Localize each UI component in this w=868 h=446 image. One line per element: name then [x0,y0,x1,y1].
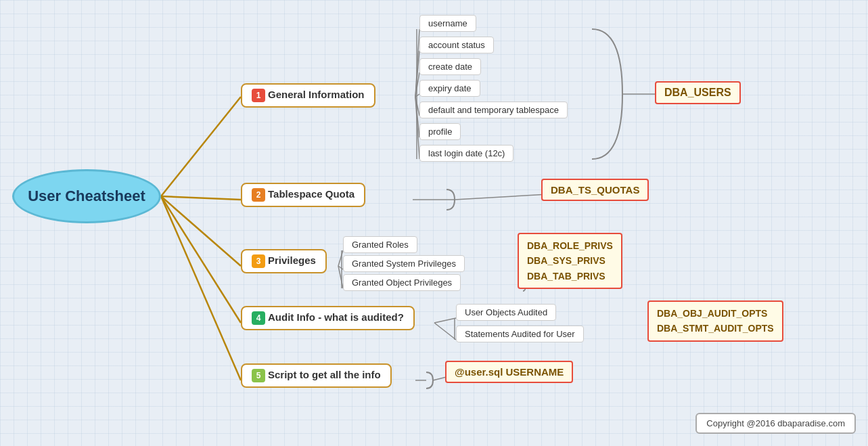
badge-3: 3 [252,254,265,268]
svg-line-23 [434,323,456,340]
svg-line-22 [434,318,456,323]
branch-tablespace: 2Tablespace Quota [241,183,365,207]
badge-4: 4 [252,311,265,325]
leaf-tablespace: default and temporary tablespace [419,102,568,118]
result-dba-audit: DBA_OBJ_AUDIT_OPTSDBA_STMT_AUDIT_OPTS [647,300,783,342]
leaf-create-date: create date [419,58,481,75]
copyright-notice: Copyright @2016 dbaparadise.com [695,413,856,434]
leaf-granted-roles: Granted Roles [343,236,417,253]
central-node: User Cheatsheet [12,169,161,223]
svg-line-4 [161,196,241,380]
svg-line-0 [161,97,241,196]
svg-line-2 [161,196,241,266]
result-dba-ts-quotas: DBA_TS_QUOTAS [541,179,649,201]
result-dba-users: DBA_USERS [655,81,741,104]
svg-line-16 [455,194,548,200]
svg-line-3 [161,196,241,323]
leaf-username: username [419,15,476,32]
leaf-account-status: account status [419,37,494,53]
svg-line-17 [338,250,343,266]
leaf-expiry-date: expiry date [419,80,480,97]
branch-general: 1General Information [241,83,375,108]
badge-1: 1 [252,89,265,102]
result-user-sql: @user.sql USERNAME [445,361,573,383]
central-label: User Cheatsheet [28,187,145,205]
result-dba-privs: DBA_ROLE_PRIVSDBA_SYS_PRIVSDBA_TAB_PRIVS [518,233,622,289]
leaf-sys-privs: Granted System Privileges [343,255,465,272]
leaf-obj-audited: User Objects Audited [456,304,556,321]
badge-2: 2 [252,188,265,202]
leaf-last-login: last login date (12c) [419,145,513,162]
svg-line-1 [161,196,241,200]
leaf-obj-privs: Granted Object Privileges [343,274,461,291]
branch-privileges: 3Privileges [241,249,327,273]
leaf-stmt-audited: Statements Audited for User [456,326,584,342]
leaf-profile: profile [419,123,461,140]
branch-script: 5Script to get all the info [241,363,392,388]
branch-audit: 4Audit Info - what is audited? [241,306,415,330]
badge-5: 5 [252,369,265,382]
